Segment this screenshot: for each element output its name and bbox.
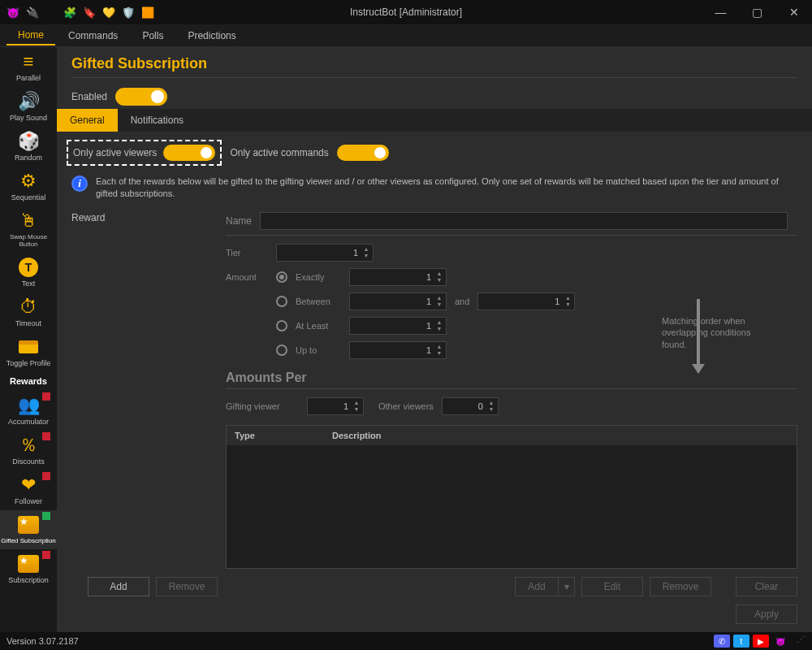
value: 1 — [555, 297, 559, 306]
info-icon: i — [71, 176, 88, 192]
only-active-viewers-label: Only active viewers — [73, 147, 157, 158]
sidebar-item-subscription[interactable]: Subscription — [0, 549, 57, 589]
menu-commands[interactable]: Commands — [57, 27, 129, 45]
amounts-per-title: Amounts Per — [226, 362, 797, 388]
exactly-input[interactable]: 1▲▼ — [349, 268, 447, 286]
sidebar-item-label: Random — [15, 154, 42, 162]
app-logo-icon: 😈 — [6, 6, 19, 19]
status-badge — [42, 432, 50, 440]
info-banner: i Each of the rewards below will be gift… — [57, 169, 812, 207]
name-input[interactable] — [260, 212, 788, 230]
sidebar-item-random[interactable]: Random — [0, 127, 57, 167]
gift-box-icon — [15, 514, 42, 536]
sidebar-item-label: Parallel — [16, 74, 41, 82]
resize-grip-icon[interactable]: ⋰ — [797, 635, 806, 648]
subtab-general[interactable]: General — [57, 109, 118, 132]
sidebar-item-gifted-subscription[interactable]: Gifted Subscription — [0, 510, 57, 549]
sidebar-item-text[interactable]: T Text — [0, 253, 57, 292]
menu-polls[interactable]: Polls — [131, 27, 175, 45]
app-logo-icon[interactable]: 😈 — [772, 635, 788, 648]
sidebar-item-label: Play Sound — [10, 114, 47, 122]
tool-icon-1[interactable]: 🧩 — [63, 6, 76, 19]
clear-button[interactable]: Clear — [736, 577, 797, 596]
radio-between[interactable] — [276, 296, 287, 307]
only-active-viewers-toggle[interactable] — [163, 145, 215, 161]
accumulator-icon — [15, 394, 42, 417]
sidebar-item-swap-mouse[interactable]: Swap Mouse Button — [0, 206, 57, 253]
tool-icon-2[interactable]: 🔖 — [83, 6, 96, 19]
exactly-label: Exactly — [296, 272, 341, 282]
atleast-input[interactable]: 1▲▼ — [349, 317, 447, 335]
reward-add-button[interactable]: Add — [88, 577, 149, 596]
sidebar-section-label: Rewards — [10, 376, 47, 386]
gifting-viewer-input[interactable]: 1▲▼ — [307, 397, 364, 415]
tier-input[interactable]: 1▲▼ — [276, 244, 374, 262]
window-controls: ― ▢ ✕ — [702, 0, 812, 24]
discounts-icon — [15, 434, 42, 457]
upto-label: Up to — [296, 345, 341, 355]
enabled-label: Enabled — [71, 91, 107, 102]
arrow-text: Matching order when overlapping conditio… — [662, 315, 751, 350]
heart-icon — [15, 474, 42, 496]
apply-row: Apply — [57, 604, 812, 632]
enabled-toggle[interactable] — [115, 88, 167, 106]
sidebar-item-timeout[interactable]: Timeout — [0, 292, 57, 332]
menu-home[interactable]: Home — [6, 26, 55, 46]
tool-icon-4[interactable]: 🛡️ — [122, 6, 135, 19]
sidebar-item-label: Toggle Profile — [6, 359, 51, 367]
amount-label: Amount — [226, 272, 268, 282]
sidebar-item-play-sound[interactable]: Play Sound — [0, 87, 57, 127]
apply-button[interactable]: Apply — [736, 604, 797, 624]
divider — [71, 77, 797, 78]
menubar: Home Commands Polls Predictions — [0, 24, 812, 47]
radio-exactly[interactable] — [276, 271, 287, 283]
maximize-button[interactable]: ▢ — [739, 0, 775, 24]
grid-add-button[interactable]: Add — [515, 577, 559, 596]
grid-edit-button[interactable]: Edit — [581, 577, 643, 596]
value: 0 — [478, 401, 483, 411]
rewards-grid[interactable]: Type Description — [226, 425, 797, 569]
tier-value: 1 — [353, 248, 358, 258]
radio-upto[interactable] — [276, 344, 287, 356]
radio-atleast[interactable] — [276, 320, 287, 332]
status-badge — [42, 551, 50, 559]
text-icon: T — [15, 256, 42, 279]
value: 1 — [426, 272, 431, 282]
menu-predictions[interactable]: Predictions — [176, 27, 247, 45]
upto-input[interactable]: 1▲▼ — [349, 341, 447, 359]
sidebar-item-parallel[interactable]: Parallel — [0, 47, 57, 87]
speaker-icon — [15, 90, 42, 113]
version-label: Version 3.07.2187 — [6, 636, 79, 646]
discord-icon[interactable]: ✆ — [714, 635, 730, 648]
grid-add-dropdown[interactable]: ▾ — [559, 577, 575, 596]
reward-column-header: Reward — [71, 207, 226, 228]
twitter-icon[interactable]: t — [733, 635, 749, 648]
reward-remove-button[interactable]: Remove — [156, 577, 218, 596]
tool-icon-3[interactable]: 💛 — [102, 6, 115, 19]
between-b-input[interactable]: 1▲▼ — [477, 292, 575, 310]
sidebar-item-toggle-profile[interactable]: Toggle Profile — [0, 332, 57, 372]
sidebar-item-sequential[interactable]: Sequential — [0, 167, 57, 206]
youtube-icon[interactable]: ▶ — [753, 635, 769, 648]
plug-icon: 🔌 — [26, 6, 39, 19]
divider — [226, 388, 797, 389]
gifting-viewer-label: Gifting viewer — [226, 401, 299, 411]
between-a-input[interactable]: 1▲▼ — [349, 292, 447, 310]
sidebar-item-discounts[interactable]: Discounts — [0, 431, 57, 470]
star-box-icon — [15, 552, 42, 575]
tool-icon-5[interactable]: 🟧 — [141, 6, 154, 19]
statusbar: Version 3.07.2187 ✆ t ▶ 😈 ⋰ — [0, 632, 812, 650]
minimize-button[interactable]: ― — [702, 0, 739, 24]
titlebar: 😈 🔌 🧩 🔖 💛 🛡️ 🟧 InstructBot [Administrato… — [0, 0, 812, 24]
content-pane: Gifted Subscription Enabled General Noti… — [57, 47, 812, 632]
between-label: Between — [296, 297, 341, 306]
sidebar-item-follower[interactable]: Follower — [0, 470, 57, 510]
grid-remove-button[interactable]: Remove — [650, 577, 711, 596]
only-active-commands-toggle[interactable] — [337, 145, 389, 161]
sidebar-item-accumulator[interactable]: Accumulator — [0, 391, 57, 431]
other-viewers-input[interactable]: 0▲▼ — [442, 397, 499, 415]
statusbar-icons: ✆ t ▶ 😈 ⋰ — [714, 635, 806, 648]
sidebar-item-label: Accumulator — [8, 418, 49, 426]
subtab-notifications[interactable]: Notifications — [118, 109, 197, 132]
close-button[interactable]: ✕ — [775, 0, 812, 24]
